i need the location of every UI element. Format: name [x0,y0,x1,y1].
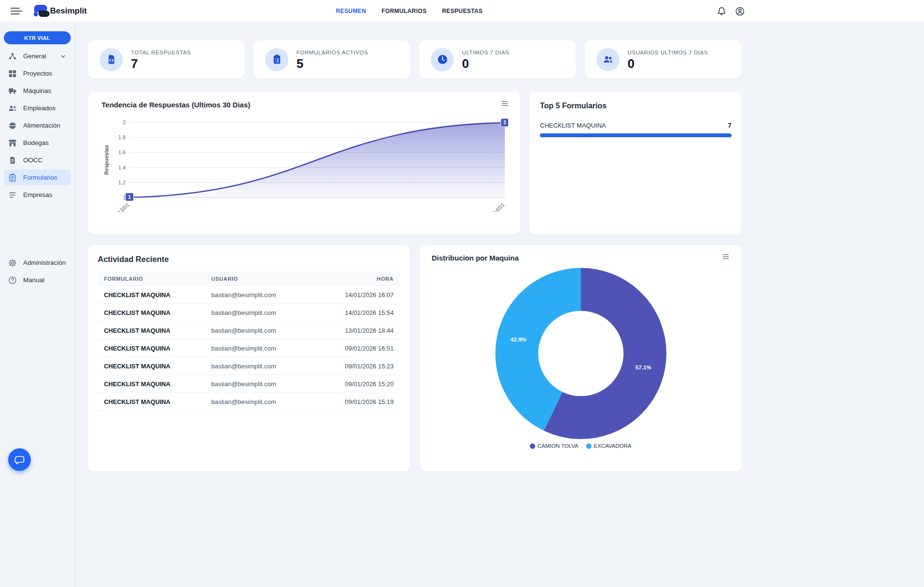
chat-button[interactable] [8,448,31,471]
topbar: Besimplit RESUMEN FORMULARIOS RESPUESTAS [0,0,924,22]
chart-context-menu-icon[interactable] [501,100,509,107]
stat-card-formularios-activos: FORMULARIOS ACTIVOS 5 [254,40,410,78]
nav-tab-respuestas[interactable]: RESPUESTAS [442,8,483,14]
cell-user: bastian@besimplit.com [211,380,302,388]
hierarchy-icon [8,52,17,61]
chevron-down-icon [60,53,66,60]
legend-item-camion-tolva[interactable]: CAMION TOLVA [530,443,578,449]
y-tick: 2 [123,119,126,125]
y-tick: 1.6 [118,149,126,155]
data-point-label: 2 [501,118,509,127]
lines-icon [8,191,17,199]
table-header: FORMULARIO USUARIO HORA [98,272,400,286]
table-row[interactable]: CHECKLIST MAQUINA bastian@besimplit.com … [98,286,400,304]
project-selector-button[interactable]: KTR VIAL [4,31,71,44]
table-row[interactable]: CHECKLIST MAQUINA bastian@besimplit.com … [98,393,400,411]
table-body: CHECKLIST MAQUINA bastian@besimplit.com … [98,286,400,411]
form-count: 7 [728,122,732,129]
document-icon [8,156,17,165]
clock-icon [437,54,448,65]
users-icon [603,54,614,65]
activity-title: Actividad Reciente [88,255,410,264]
brand-name: Besimplit [50,6,87,16]
nav-tab-formularios[interactable]: FORMULARIOS [382,8,427,14]
cell-form: CHECKLIST MAQUINA [104,327,211,334]
sidebar-item-formularios[interactable]: Formularios [4,170,71,185]
logo-icon [33,4,50,18]
top5-list: CHECKLIST MAQUINA 7 [540,122,732,137]
svg-text:1: 1 [128,194,131,200]
legend-item-excavadora[interactable]: EXCAVADORA [586,443,631,449]
cell-user: bastian@besimplit.com [211,291,302,299]
sidebar-menu: General Proyectos Máquinas Empleados [0,48,75,203]
recent-activity-card: Actividad Reciente FORMULARIO USUARIO HO… [88,245,410,471]
top-nav: RESUMEN FORMULARIOS RESPUESTAS [336,0,483,22]
trend-chart-card: Tendencia de Respuestas (Ultimos 30 Dias… [88,92,520,235]
cell-form: CHECKLIST MAQUINA [104,291,211,299]
donut-chart: 42.9% 57.1% [432,265,730,442]
help-icon [8,276,17,285]
sidebar-item-oocc[interactable]: OOCC [4,152,71,168]
store-icon [8,139,17,147]
table-row[interactable]: CHECKLIST MAQUINA bastian@besimplit.com … [98,357,400,375]
table-row[interactable]: CHECKLIST MAQUINA bastian@besimplit.com … [98,339,400,357]
sidebar-item-manual[interactable]: Manual [4,272,71,288]
cell-user: bastian@besimplit.com [211,345,302,352]
cell-time: 09/01/2026 15:23 [302,363,394,370]
y-axis-title: Respuestas [103,145,109,175]
top5-item-checklist-maquina: CHECKLIST MAQUINA 7 [540,122,732,137]
stat-value: 5 [296,57,368,70]
main-content: TOTAL RESPUESTAS 7 FORMULARIOS ACTIVOS 5… [75,22,751,471]
form-name: CHECKLIST MAQUINA [540,122,606,129]
x-tick: 14/01 [492,202,505,212]
app-logo[interactable]: Besimplit [33,4,87,18]
gear-icon [8,259,17,267]
table-row[interactable]: CHECKLIST MAQUINA bastian@besimplit.com … [98,375,400,393]
trend-chart-title: Tendencia de Respuestas (Ultimos 30 Dias… [102,101,509,109]
chat-icon [14,454,26,466]
cell-user: bastian@besimplit.com [211,327,302,334]
slice-percent-label: 57.1% [635,364,652,370]
bell-icon[interactable] [717,6,727,16]
trend-area-chart: 2 1.8 1.6 1.4 1.2 1 Respuestas 13/01 14/… [102,116,508,212]
cell-form: CHECKLIST MAQUINA [104,309,211,316]
sidebar-item-administracion[interactable]: Administración [4,255,71,271]
column-header: USUARIO [211,276,302,282]
data-point-label: 1 [126,193,134,201]
sidebar-item-maquinas[interactable]: Máquinas [4,83,71,99]
stat-value: 0 [628,57,708,70]
progress-bar [540,133,732,137]
sidebar-item-proyectos[interactable]: Proyectos [4,65,71,81]
sidebar-item-alimentacion[interactable]: Alimentación [4,117,71,133]
user-circle-icon[interactable] [735,6,745,16]
sidebar-item-bodegas[interactable]: Bodegas [4,135,71,151]
chart-legend: CAMION TOLVA EXCAVADORA [432,443,730,449]
legend-dot [586,444,591,449]
stat-value: 7 [131,57,191,70]
stat-card-usuarios-ultimos-7-dias: USUARIOS ULTIMOS 7 DIAS 0 [585,40,741,78]
stat-card-total-respuestas: TOTAL RESPUESTAS 7 [88,40,244,78]
nav-tab-resumen[interactable]: RESUMEN [336,8,366,14]
slice-percent-label: 42.9% [510,336,526,342]
clipboard-icon [8,173,17,182]
table-row[interactable]: CHECKLIST MAQUINA bastian@besimplit.com … [98,304,400,322]
stat-label: TOTAL RESPUESTAS [131,50,191,55]
cell-user: bastian@besimplit.com [211,309,302,316]
stat-card-ultimos-7-dias: ULTIMOS 7 DIAS 0 [419,40,576,78]
charts-row: Tendencia de Respuestas (Ultimos 30 Dias… [88,92,751,235]
stat-label: USUARIOS ULTIMOS 7 DIAS [628,50,708,55]
bottom-row: Actividad Reciente FORMULARIO USUARIO HO… [88,245,751,471]
table-row[interactable]: CHECKLIST MAQUINA bastian@besimplit.com … [98,322,400,339]
file-code-icon [106,54,117,65]
top5-title: Top 5 Formularios [540,102,732,110]
chart-context-menu-icon[interactable] [722,253,730,261]
stat-value: 0 [462,57,509,70]
stat-label: ULTIMOS 7 DIAS [462,50,509,55]
sidebar-item-empresas[interactable]: Empresas [4,187,71,203]
menu-icon[interactable] [11,8,22,14]
sidebar-item-empleados[interactable]: Empleados [4,100,71,116]
sidebar-item-general[interactable]: General [4,48,71,64]
cell-user: bastian@besimplit.com [211,398,302,405]
top5-forms-card: Top 5 Formularios CHECKLIST MAQUINA 7 [529,92,741,235]
cell-time: 09/01/2026 16:51 [302,345,394,352]
